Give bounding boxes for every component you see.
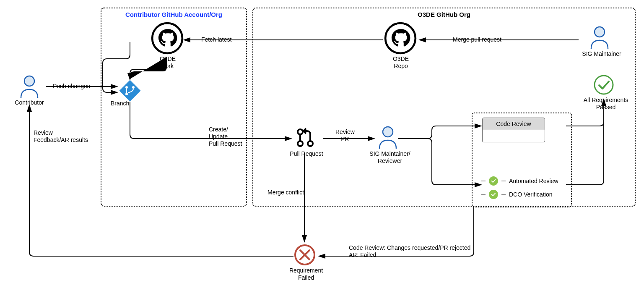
sig-reviewer-actor — [375, 124, 400, 151]
github-icon — [384, 22, 417, 55]
code-review-body — [482, 130, 545, 142]
all-passed-label: All Requirements Passed — [579, 97, 633, 111]
check-badge-icon — [489, 176, 498, 186]
merge-conflict-label: Merge conflict — [267, 189, 304, 196]
user-icon — [587, 24, 612, 50]
svg-point-12 — [595, 76, 613, 94]
check-badge-icon — [489, 190, 498, 199]
svg-point-8 — [298, 129, 303, 134]
branch-label: Branch — [111, 100, 132, 107]
pull-request-icon — [293, 126, 317, 149]
contributor-label: Contributor — [13, 99, 46, 106]
dash-left — [481, 194, 486, 195]
o3de-fork-node — [151, 22, 184, 56]
dco-verification-label: DCO Verification — [509, 191, 552, 198]
svg-point-6 — [385, 23, 415, 53]
dash-left — [481, 181, 486, 181]
svg-point-1 — [152, 23, 182, 53]
svg-point-4 — [125, 93, 128, 95]
o3de-org-container: O3DE GitHub Org — [252, 8, 636, 207]
pull-request-node — [293, 126, 317, 151]
branch-node — [119, 80, 141, 103]
svg-point-9 — [298, 141, 303, 146]
code-review-box: Code Review — [482, 118, 545, 142]
svg-rect-2 — [119, 80, 141, 102]
check-circle-icon — [593, 74, 615, 96]
automated-review-row: Automated Review — [481, 176, 558, 186]
sig-maintainer-label: SIG Maintainer — [579, 50, 625, 58]
svg-point-11 — [383, 127, 393, 137]
o3de-repo-label: O3DE Repo — [388, 55, 413, 70]
requirement-failed-node — [293, 244, 316, 267]
dash-right — [501, 194, 506, 195]
svg-point-7 — [595, 27, 605, 37]
fetch-latest-label: Fetch latest — [201, 36, 231, 43]
user-icon — [375, 124, 400, 149]
github-icon — [151, 22, 184, 55]
merge-pr-label: Merge pull request — [453, 36, 501, 43]
svg-point-0 — [24, 76, 34, 86]
pull-request-label: Pull Request — [288, 150, 325, 157]
git-branch-icon — [119, 80, 141, 102]
contributor-org-title: Contributor GitHub Account/Org — [101, 11, 246, 18]
svg-point-3 — [125, 86, 128, 89]
automated-review-label: Automated Review — [509, 178, 558, 184]
all-passed-node — [593, 74, 615, 97]
requirement-failed-label: Requirement Failed — [285, 267, 327, 281]
o3de-fork-label: O3DE Fork — [155, 55, 180, 70]
push-changes-label: Push changes — [53, 83, 90, 90]
dash-right — [501, 181, 506, 181]
code-review-header: Code Review — [482, 118, 545, 130]
feedback-label: Review Feedback/AR results — [34, 129, 88, 144]
o3de-org-title: O3DE GitHub Org — [253, 11, 635, 18]
o3de-repo-node — [384, 22, 417, 56]
svg-point-5 — [132, 86, 135, 89]
failed-icon — [293, 244, 316, 266]
create-update-pr-label: Create/ Update Pull Request — [209, 126, 242, 147]
fail-reason-label: Code Review: Changes requested/PR reject… — [349, 244, 470, 259]
contributor-actor — [17, 73, 42, 100]
sig-reviewer-label: SIG Maintainer/ Reviewer — [365, 150, 415, 165]
sig-maintainer-actor — [587, 24, 612, 51]
svg-point-10 — [308, 141, 313, 146]
user-icon — [17, 73, 42, 99]
review-pr-label: Review PR — [335, 128, 355, 143]
dco-verification-row: DCO Verification — [481, 190, 552, 199]
